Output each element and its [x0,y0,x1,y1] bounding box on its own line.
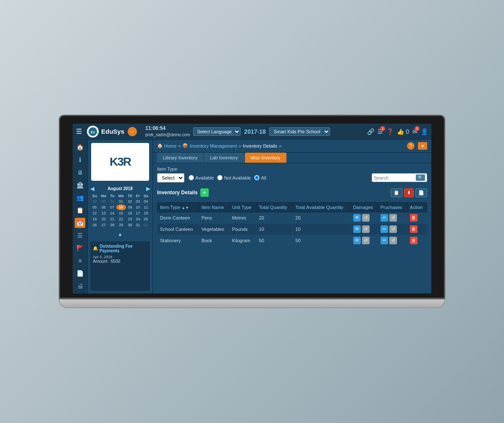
calendar-day[interactable]: 19 [90,216,99,222]
sidebar-file-icon[interactable]: 📄 [75,268,85,278]
delete-icon[interactable]: 🗑 [410,225,417,233]
view-damage-icon[interactable]: 👁 [353,237,361,244]
calendar-day[interactable]: 10 [134,204,142,210]
add-inventory-button[interactable]: + [200,188,209,197]
calendar-day[interactable]: 03 [134,198,142,204]
sidebar-list-icon[interactable]: ☰ [76,230,84,241]
undo-damage-icon[interactable]: ↺ [362,237,370,244]
tabs-bar: Library Inventory Lab Inventory Misc Inv… [153,153,431,163]
calendar-day[interactable]: 29 [116,222,126,228]
calendar-day[interactable]: 13 [99,210,108,216]
calendar-day[interactable]: 01 [116,198,126,204]
radio-available-input[interactable] [189,175,194,180]
sidebar-flag-icon[interactable]: 🚩 [75,243,85,253]
sidebar-info-icon[interactable]: ℹ [77,155,83,165]
sidebar-bank-icon[interactable]: 🏦 [75,180,85,190]
like-icon-btn[interactable]: 👍 0 [397,128,409,135]
calendar-day[interactable]: 06 [99,204,108,210]
calendar-day[interactable]: 12 [90,210,99,216]
sidebar-users-icon[interactable]: 👥 [75,193,85,203]
breadcrumb-action-btn[interactable]: ▼ [418,142,427,150]
edit-purchase-icon[interactable]: ✏ [381,214,388,222]
undo-purchase-icon[interactable]: ↺ [389,214,397,222]
radio-all-input[interactable] [254,175,260,180]
calendar-day[interactable]: 25 [142,216,150,222]
user-icon-btn[interactable]: 👤 [421,128,428,135]
calendar-day[interactable]: 30 [99,198,108,204]
undo-purchase-icon[interactable]: ↺ [389,225,397,233]
calendar-day[interactable]: 02 [126,198,134,204]
calendar-day[interactable]: 27 [99,222,108,228]
breadcrumb-module[interactable]: 📦 Inventory Management [182,143,237,148]
view-damage-icon[interactable]: 👁 [353,214,361,222]
sidebar-clipboard-icon[interactable]: 📋 [75,205,85,215]
calendar-day[interactable]: 04 [142,198,150,204]
item-type-select[interactable]: Select [157,173,184,182]
calendar-day[interactable]: 31 [108,198,116,204]
radio-available[interactable]: Available [189,175,214,180]
view-damage-icon[interactable]: 👁 [353,225,361,233]
cell-purchases: ✏↺ [378,223,407,235]
sidebar-menu-icon[interactable]: ≡ [76,256,83,266]
calendar-day[interactable]: 15 [116,210,126,216]
sort-item-type-icon[interactable]: ▲▼ [181,206,189,210]
calendar-day[interactable]: 07 [108,204,116,210]
calendar-day[interactable]: 17 [134,210,142,216]
calendar-day[interactable]: 11 [142,204,150,210]
radio-not-available-input[interactable] [217,175,223,180]
list-icon-btn[interactable]: ☰ 1 [378,128,383,135]
calendar-day[interactable]: 01 [142,222,150,228]
sidebar-home-icon[interactable]: 🏠 [75,142,85,152]
panel-toggle-btn[interactable]: ▲ [88,230,152,239]
tab-lab-inventory[interactable]: Lab Inventory [204,153,244,163]
edit-purchase-icon[interactable]: ✏ [381,237,388,244]
cal-next-btn[interactable]: ▶ [146,186,150,192]
export-pdf-button[interactable]: 📄 [415,188,427,197]
calendar-day[interactable]: 24 [134,216,142,222]
calendar-day[interactable]: 30 [126,222,134,228]
mail-icon-btn[interactable]: ✉ 0 [412,128,417,135]
calendar-day[interactable]: 31 [134,222,142,228]
search-button[interactable]: 🔍 [416,174,425,181]
radio-not-available[interactable]: Not Available [217,175,251,180]
tab-library-inventory[interactable]: Library Inventory [157,153,203,163]
sidebar-calendar-icon[interactable]: 📅 [75,218,85,228]
calendar-day[interactable]: 08 [116,204,126,210]
delete-icon[interactable]: 🗑 [410,214,417,222]
undo-damage-icon[interactable]: ↺ [362,214,370,222]
calendar-day[interactable]: 28 [108,222,116,228]
calendar-day[interactable]: 18 [142,210,150,216]
export-copy-button[interactable]: 📋 [391,188,402,197]
search-input[interactable] [374,175,416,180]
calendar-day[interactable]: 23 [126,216,134,222]
help-icon-btn[interactable]: ❓ [386,128,394,135]
col-header-damages: Damages [350,202,378,212]
help-icon[interactable]: ? [407,142,415,150]
calendar-day[interactable]: 29 [90,198,99,204]
export-download-button[interactable]: ⬇ [404,188,414,197]
hamburger-icon[interactable]: ☰ [76,127,82,135]
calendar-day[interactable]: 09 [126,204,134,210]
sidebar-print-icon[interactable]: 🖨 [76,281,85,291]
undo-purchase-icon[interactable]: ↺ [389,237,397,244]
cell-purchases: ✏↺ [378,212,407,223]
calendar-day[interactable]: 14 [108,210,116,216]
link-icon-btn[interactable]: 🔗 [367,128,374,135]
radio-all[interactable]: All [254,175,266,180]
calendar-day[interactable]: 16 [126,210,134,216]
breadcrumb-home[interactable]: 🏠 Home [157,143,176,148]
calendar-day[interactable]: 20 [99,216,108,222]
edit-purchase-icon[interactable]: ✏ [381,225,388,233]
calendar-day[interactable]: 22 [116,216,126,222]
school-select[interactable]: Smart Kids Pre School [269,127,330,136]
cal-prev-btn[interactable]: ◀ [90,186,94,192]
calendar-day[interactable]: 21 [108,216,116,222]
calendar-day[interactable]: 05 [90,204,99,210]
nav-arrow-icon[interactable]: → [128,127,137,136]
undo-damage-icon[interactable]: ↺ [362,225,370,233]
language-select[interactable]: Select Language [193,127,241,136]
delete-icon[interactable]: 🗑 [410,237,417,244]
tab-misc-inventory[interactable]: Misc Inventory [245,153,286,163]
calendar-day[interactable]: 26 [90,222,99,228]
sidebar-monitor-icon[interactable]: 🖥 [76,167,85,177]
